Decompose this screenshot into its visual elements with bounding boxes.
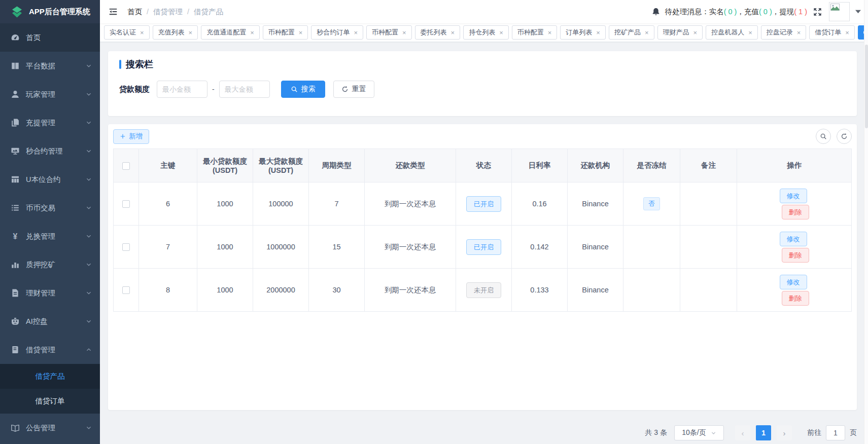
row-checkbox[interactable] <box>122 200 130 208</box>
status-badge[interactable]: 已开启 <box>466 196 501 212</box>
sidebar-item-借贷管理[interactable]: 借贷管理 <box>0 336 100 364</box>
tab-控盘机器人[interactable]: 控盘机器人× <box>706 25 758 40</box>
frozen-badge[interactable]: 否 <box>643 197 660 211</box>
show-search-button[interactable] <box>816 129 831 144</box>
tab-借贷订单[interactable]: 借贷订单× <box>809 25 855 40</box>
table-row: 610001000007到期一次还本息已开启0.16Binance否修改删除 <box>114 182 852 226</box>
sidebar-item-首页[interactable]: 首页 <box>0 23 100 52</box>
notice-label-提现: 提现 <box>779 8 794 16</box>
search-form: 贷款额度 - 搜索 重置 <box>119 81 846 98</box>
tab-close-icon[interactable]: × <box>748 29 752 36</box>
tab-label: 币种配置 <box>372 28 398 37</box>
cell-status: 未开启 <box>456 269 512 312</box>
notice-comma: ， <box>737 8 744 16</box>
add-button[interactable]: 新增 <box>113 129 149 144</box>
tab-close-icon[interactable]: × <box>596 29 600 36</box>
tab-充值通道配置[interactable]: 充值通道配置× <box>201 25 260 40</box>
sidebar-item-质押挖矿[interactable]: 质押挖矿 <box>0 250 100 279</box>
cell-remark <box>680 226 737 269</box>
sidebar-item-理财管理[interactable]: 理财管理 <box>0 279 100 307</box>
breadcrumb-separator: / <box>187 8 189 16</box>
fullscreen-icon[interactable] <box>813 7 822 17</box>
next-page-button[interactable]: › <box>777 425 792 440</box>
sidebar-subitem-借贷订单[interactable]: 借贷订单 <box>0 389 100 414</box>
sidebar-item-兑换管理[interactable]: ¥兑换管理 <box>0 222 100 250</box>
tab-close-icon[interactable]: × <box>499 29 503 36</box>
sidebar-item-充提管理[interactable]: 充提管理 <box>0 108 100 137</box>
tab-close-icon[interactable]: × <box>797 29 801 36</box>
tab-close-icon[interactable]: × <box>693 29 698 36</box>
status-badge[interactable]: 未开启 <box>466 282 501 298</box>
search-button[interactable]: 搜索 <box>281 81 325 98</box>
tab-close-icon[interactable]: × <box>250 29 254 36</box>
sidebar-item-币币交易[interactable]: 币币交易 <box>0 194 100 222</box>
row-checkbox[interactable] <box>122 286 130 294</box>
edit-button[interactable]: 修改 <box>780 189 807 203</box>
edit-button[interactable]: 修改 <box>780 232 807 246</box>
page-1-button[interactable]: 1 <box>756 425 771 440</box>
tab-close-icon[interactable]: × <box>845 29 849 36</box>
sidebar-item-U本位合约[interactable]: U本位合约 <box>0 165 100 194</box>
page-size-select[interactable]: 10条/页 <box>674 425 724 440</box>
tab-订单列表[interactable]: 订单列表× <box>560 25 606 40</box>
tab-币种配置[interactable]: 币种配置× <box>366 25 412 40</box>
list-icon <box>11 203 20 212</box>
tab-close-icon[interactable]: × <box>189 29 193 36</box>
column-header-操作: 操作 <box>737 149 852 182</box>
sidebar-item-公告管理[interactable]: 公告管理 <box>0 414 100 442</box>
prev-page-button[interactable]: ‹ <box>735 425 750 440</box>
sidebar-item-label: 充提管理 <box>26 118 55 128</box>
column-header-状态: 状态 <box>456 149 512 182</box>
tab-控盘记录[interactable]: 控盘记录× <box>761 25 807 40</box>
tab-实名认证[interactable]: 实名认证× <box>104 25 150 40</box>
goto-page-input[interactable] <box>826 425 845 440</box>
action-buttons: 修改删除 <box>737 275 851 306</box>
tab-close-icon[interactable]: × <box>402 29 406 36</box>
row-checkbox[interactable] <box>122 243 130 251</box>
delete-button[interactable]: 删除 <box>782 205 809 219</box>
user-menu-caret-icon[interactable] <box>855 10 861 14</box>
sidebar-item-AI控盘[interactable]: AI控盘 <box>0 307 100 336</box>
collapse-sidebar-icon[interactable] <box>108 7 118 17</box>
tab-close-icon[interactable]: × <box>548 29 552 36</box>
table-panel: 新增 主 <box>108 124 857 410</box>
status-badge[interactable]: 已开启 <box>466 239 501 255</box>
min-amount-input[interactable] <box>157 81 207 98</box>
sidebar-item-平台数据[interactable]: 平台数据 <box>0 52 100 80</box>
tab-持仓列表[interactable]: 持仓列表× <box>463 25 509 40</box>
tab-close-icon[interactable]: × <box>299 29 303 36</box>
sidebar-item-label: 币币交易 <box>26 203 55 213</box>
cell-frozen <box>623 269 680 312</box>
cell-repay-type: 到期一次还本息 <box>365 182 456 226</box>
select-all-checkbox[interactable] <box>122 162 130 170</box>
delete-button[interactable]: 删除 <box>782 291 809 306</box>
sidebar-item-玩家管理[interactable]: 玩家管理 <box>0 80 100 108</box>
tab-label: 币种配置 <box>268 28 295 37</box>
tab-秒合约订单[interactable]: 秒合约订单× <box>311 25 363 40</box>
scrollbar-thumb[interactable] <box>865 45 868 128</box>
cell-repay-org: Binance <box>568 269 623 312</box>
chevron-down-icon <box>711 430 716 436</box>
tab-close-icon[interactable]: × <box>354 29 358 36</box>
bell-icon[interactable] <box>651 7 661 16</box>
tab-币种配置[interactable]: 币种配置× <box>512 25 558 40</box>
window-scrollbar[interactable] <box>864 0 868 444</box>
tab-理财产品[interactable]: 理财产品× <box>657 25 703 40</box>
breadcrumb-item-首页[interactable]: 首页 <box>127 7 142 17</box>
tab-币种配置[interactable]: 币种配置× <box>263 25 308 40</box>
tab-委托列表[interactable]: 委托列表× <box>415 25 461 40</box>
tab-充值列表[interactable]: 充值列表× <box>153 25 198 40</box>
edit-button[interactable]: 修改 <box>780 275 807 289</box>
tab-close-icon[interactable]: × <box>645 29 649 36</box>
tab-close-icon[interactable]: × <box>140 29 144 36</box>
reset-button[interactable]: 重置 <box>333 81 374 98</box>
sidebar-subitem-借贷产品[interactable]: 借贷产品 <box>0 364 100 389</box>
sidebar-item-秒合约管理[interactable]: 秒合约管理 <box>0 137 100 165</box>
total-count: 共 3 条 <box>645 428 667 437</box>
delete-button[interactable]: 删除 <box>782 248 809 263</box>
refresh-table-button[interactable] <box>837 129 852 144</box>
tab-close-icon[interactable]: × <box>451 29 455 36</box>
max-amount-input[interactable] <box>219 81 270 98</box>
user-avatar[interactable] <box>829 2 850 21</box>
tab-挖矿产品[interactable]: 挖矿产品× <box>609 25 654 40</box>
